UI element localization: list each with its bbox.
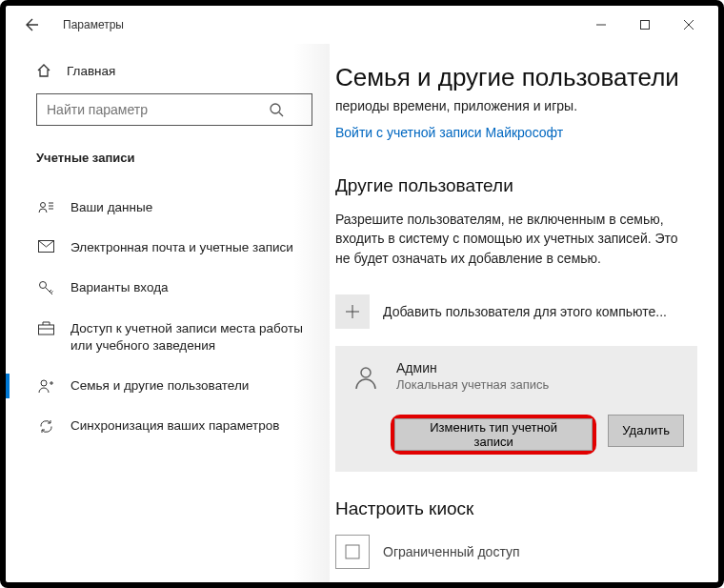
- avatar-icon: [349, 359, 383, 394]
- email-icon: [36, 239, 55, 253]
- key-icon: [36, 279, 55, 296]
- nav-label: Доступ к учетной записи места работы или…: [70, 320, 309, 355]
- search-box: [36, 93, 312, 126]
- window-title: Параметры: [63, 18, 124, 31]
- signin-link[interactable]: Войти с учетной записи Майкрософт: [335, 125, 563, 140]
- add-user-row[interactable]: Добавить пользователя для этого компьюте…: [335, 294, 697, 329]
- maximize-button[interactable]: [623, 10, 667, 40]
- svg-rect-17: [346, 545, 359, 558]
- sync-icon: [36, 417, 55, 435]
- section-heading: Учетные записи: [36, 151, 312, 165]
- minimize-button[interactable]: [579, 10, 623, 40]
- kiosk-icon: [335, 535, 370, 569]
- nav-label: Варианты входа: [70, 279, 169, 296]
- settings-window: Параметры Главная: [0, 0, 724, 588]
- home-nav[interactable]: Главная: [21, 55, 322, 88]
- nav-label: Ваши данные: [70, 199, 152, 216]
- maximize-icon: [640, 20, 650, 30]
- family-icon: [36, 377, 55, 395]
- search-icon: [269, 102, 284, 117]
- minimize-icon: [596, 20, 606, 30]
- plus-icon: [335, 294, 370, 329]
- sidebar: Главная Учетные записи Ваши данные: [6, 44, 330, 582]
- page-subtext: периоды времени, приложения и игры.: [335, 98, 697, 113]
- delete-user-button[interactable]: Удалить: [608, 415, 684, 447]
- user-type: Локальная учетная запись: [396, 377, 549, 392]
- svg-line-3: [279, 112, 283, 116]
- user-card: Админ Локальная учетная запись Изменить …: [335, 346, 697, 472]
- nav-label: Семья и другие пользователи: [70, 377, 249, 395]
- nav-label: Синхронизация ваших параметров: [70, 417, 280, 435]
- nav-list: Ваши данные Электронная почта и учетные …: [21, 188, 322, 447]
- add-user-label: Добавить пользователя для этого компьюте…: [383, 304, 667, 319]
- your-info-icon: [36, 199, 55, 216]
- close-icon: [684, 20, 694, 30]
- page-title: Семья и другие пользователи: [335, 63, 697, 92]
- window-controls: [579, 10, 711, 40]
- close-button[interactable]: [667, 10, 711, 40]
- sidebar-item-sync[interactable]: Синхронизация ваших параметров: [21, 406, 322, 446]
- titlebar: Параметры: [6, 6, 718, 44]
- back-button[interactable]: [17, 10, 48, 40]
- main-content: Семья и другие пользователи периоды врем…: [330, 44, 718, 582]
- kiosk-label: Ограниченный доступ: [383, 544, 520, 559]
- kiosk-heading: Настроить киоск: [335, 498, 697, 519]
- svg-rect-1: [641, 21, 650, 30]
- svg-point-9: [39, 282, 46, 289]
- svg-point-11: [41, 380, 47, 386]
- sidebar-item-email[interactable]: Электронная почта и учетные записи: [21, 228, 322, 268]
- sidebar-item-your-info[interactable]: Ваши данные: [21, 188, 322, 228]
- svg-point-2: [271, 104, 280, 113]
- sidebar-item-work-access[interactable]: Доступ к учетной записи места работы или…: [21, 309, 322, 366]
- sidebar-item-signin-options[interactable]: Варианты входа: [21, 268, 322, 308]
- briefcase-icon: [36, 320, 55, 335]
- user-name: Админ: [396, 360, 549, 375]
- highlight-annotation: Изменить тип учетной записи: [391, 415, 596, 455]
- nav-label: Электронная почта и учетные записи: [70, 239, 293, 256]
- home-label: Главная: [67, 64, 115, 78]
- user-header[interactable]: Админ Локальная учетная запись: [349, 359, 684, 394]
- svg-point-16: [361, 368, 371, 377]
- change-account-type-button[interactable]: Изменить тип учетной записи: [394, 418, 593, 451]
- other-users-desc: Разрешите пользователям, не включенным в…: [335, 210, 688, 268]
- other-users-heading: Другие пользователи: [335, 175, 697, 196]
- svg-point-4: [40, 203, 45, 208]
- sidebar-item-family[interactable]: Семья и другие пользователи: [21, 366, 322, 406]
- kiosk-row[interactable]: Ограниченный доступ: [335, 535, 697, 569]
- svg-rect-10: [38, 325, 53, 335]
- back-arrow-icon: [25, 17, 40, 32]
- home-icon: [36, 63, 51, 78]
